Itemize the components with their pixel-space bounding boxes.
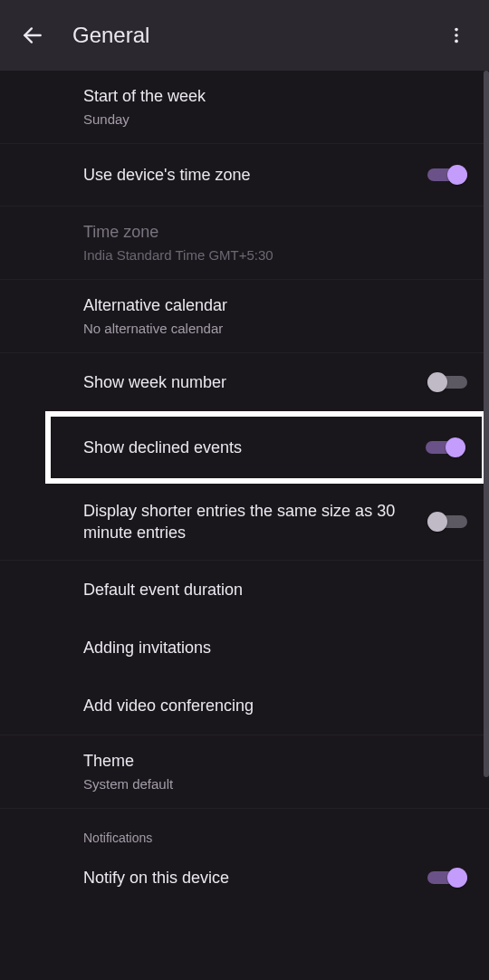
scroll-indicator [484, 71, 489, 777]
settings-list: Start of the week Sunday Use device's ti… [0, 71, 489, 980]
setting-label: Notify on this device [83, 867, 409, 889]
more-vert-icon [446, 25, 466, 45]
setting-value: India Standard Time GMT+5:30 [83, 246, 467, 264]
setting-label: Show declined events [83, 437, 408, 458]
setting-time-zone: Time zone India Standard Time GMT+5:30 [0, 207, 489, 280]
setting-label: Default event duration [83, 579, 467, 600]
setting-label: Add video conferencing [83, 695, 467, 716]
setting-add-video-conferencing[interactable]: Add video conferencing [0, 677, 489, 735]
svg-point-1 [455, 28, 458, 32]
setting-display-shorter-entries[interactable]: Display shorter entries the same size as… [0, 484, 489, 561]
svg-point-2 [455, 34, 458, 37]
setting-label: Use device's time zone [83, 164, 409, 186]
setting-start-of-week[interactable]: Start of the week Sunday [0, 71, 489, 144]
setting-theme[interactable]: Theme System default [0, 735, 489, 809]
setting-adding-invitations[interactable]: Adding invitations [0, 619, 489, 677]
setting-notify-on-device[interactable]: Notify on this device [0, 856, 489, 907]
arrow-left-icon [21, 24, 44, 47]
setting-show-week-number[interactable]: Show week number [0, 353, 489, 411]
app-bar: General [0, 0, 489, 71]
setting-label: Display shorter entries the same size as… [83, 500, 409, 543]
toggle-display-shorter-entries[interactable] [427, 511, 467, 533]
setting-value: Sunday [83, 110, 467, 129]
setting-label: Theme [83, 750, 467, 772]
setting-show-declined-events[interactable]: Show declined events [51, 417, 482, 478]
toggle-notify-on-device[interactable] [427, 867, 467, 889]
setting-label: Start of the week [83, 85, 467, 107]
toggle-use-device-time-zone[interactable] [427, 164, 467, 186]
back-button[interactable] [11, 14, 54, 57]
toggle-show-week-number[interactable] [427, 371, 467, 393]
setting-value: System default [83, 775, 467, 793]
setting-value: No alternative calendar [83, 320, 467, 338]
more-button[interactable] [435, 14, 478, 57]
highlighted-setting: Show declined events [45, 411, 487, 484]
svg-point-3 [455, 40, 458, 43]
setting-label: Time zone [83, 221, 467, 243]
setting-label: Adding invitations [83, 637, 467, 658]
setting-alternative-calendar[interactable]: Alternative calendar No alternative cale… [0, 280, 489, 353]
setting-use-device-time-zone[interactable]: Use device's time zone [0, 144, 489, 207]
setting-label: Alternative calendar [83, 294, 467, 316]
setting-label: Show week number [83, 371, 409, 393]
toggle-show-declined-events[interactable] [426, 437, 465, 458]
section-header-notifications: Notifications [0, 809, 489, 856]
page-title: General [72, 23, 435, 48]
setting-default-event-duration[interactable]: Default event duration [0, 561, 489, 619]
